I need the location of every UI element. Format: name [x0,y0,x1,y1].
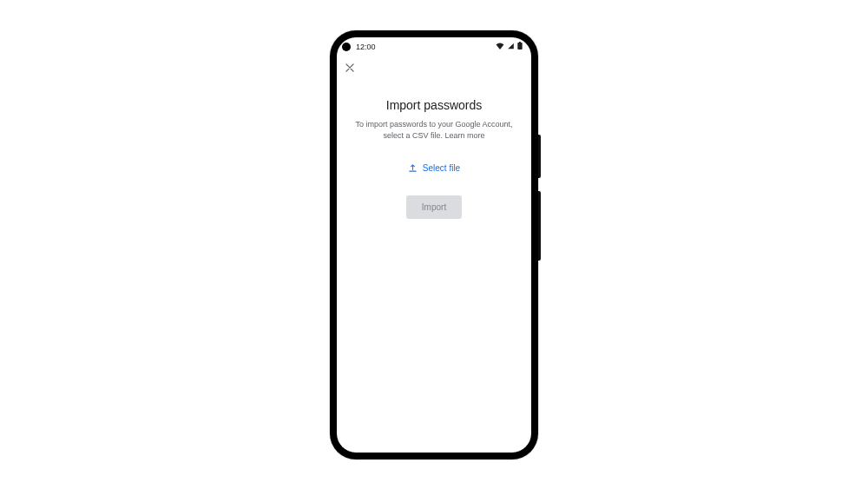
main-content: Import passwords To import passwords to … [337,79,531,453]
status-bar: 12:00 [337,37,531,56]
battery-icon [517,42,523,51]
phone-side-button [538,191,541,261]
app-bar [337,56,531,79]
wifi-icon [496,43,504,51]
upload-icon [408,163,418,173]
cell-signal-icon [507,43,515,51]
page-subtitle: To import passwords to your Google Accou… [352,119,516,142]
phone-side-button [538,135,541,178]
close-icon[interactable] [344,62,356,74]
import-button[interactable]: Import [406,195,462,219]
status-bar-right [496,42,523,51]
select-file-button[interactable]: Select file [408,163,460,173]
status-bar-left: 12:00 [342,43,376,51]
phone-frame: 12:00 Import passwords To import pa [330,30,538,459]
status-time: 12:00 [356,43,376,51]
page-title: Import passwords [352,98,516,112]
select-file-label: Select file [423,163,460,173]
camera-hole [342,43,351,51]
screen: 12:00 Import passwords To import pa [337,37,531,453]
